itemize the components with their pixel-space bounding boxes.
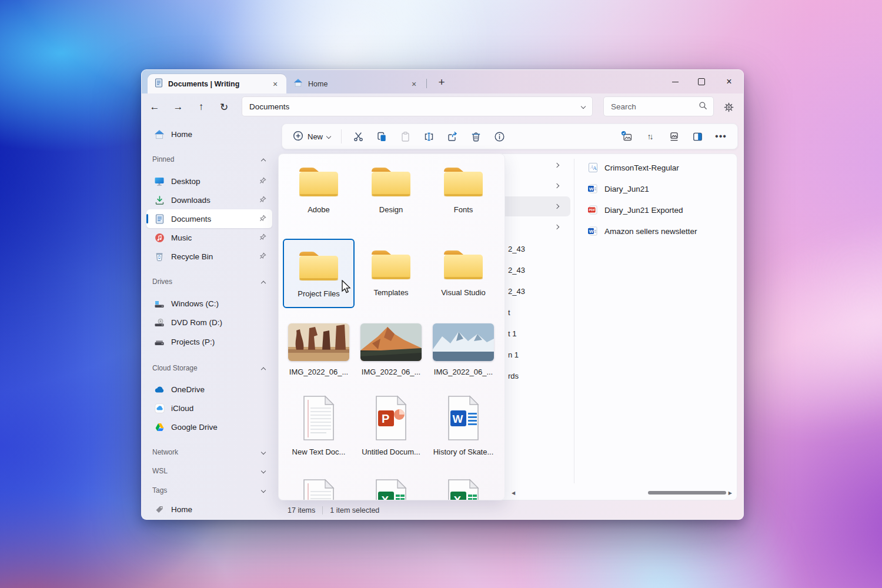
chevron-right-icon[interactable]: [554, 183, 559, 188]
up-button[interactable]: ↑: [192, 98, 211, 116]
chevron-down-icon[interactable]: [581, 104, 586, 109]
document-tab-icon: [155, 78, 163, 90]
home-tab-icon: [293, 78, 303, 89]
search-box[interactable]: [603, 96, 714, 116]
sidebar-item-dvd-d[interactable]: DVD Rom (D:): [146, 313, 272, 332]
preview-pane-icon[interactable]: [686, 126, 709, 146]
tab-home[interactable]: Home ×: [286, 74, 425, 93]
chevron-up-icon[interactable]: [261, 281, 266, 286]
truncated-file-label[interactable]: 2_43: [508, 287, 525, 296]
sidebar-item-documents[interactable]: Documents: [146, 209, 272, 228]
sidebar-section-network[interactable]: Network: [152, 445, 269, 459]
forward-button[interactable]: →: [169, 98, 188, 116]
sidebar-item-projects-p[interactable]: Projects (P:): [146, 332, 272, 351]
folder-tile-visual-studio[interactable]: Visual Studio: [428, 246, 499, 297]
settings-gear-icon[interactable]: [719, 98, 738, 116]
sidebar-item-tag-home[interactable]: Home: [146, 500, 272, 519]
chevron-down-icon[interactable]: [261, 469, 266, 473]
chevron-up-icon[interactable]: [261, 159, 266, 163]
sidebar-item-downloads[interactable]: Downloads: [146, 191, 272, 209]
truncated-file-label[interactable]: n 1: [508, 350, 519, 359]
file-row[interactable]: AA CrimsonText-Regular: [580, 158, 731, 178]
sidebar-item-desktop[interactable]: Desktop: [146, 172, 272, 191]
chevron-up-icon[interactable]: [261, 368, 266, 372]
cut-button[interactable]: [346, 126, 370, 146]
document-tile[interactable]: W History of Skate...: [428, 395, 499, 456]
image-tile[interactable]: IMG_2022_06_...: [428, 323, 499, 376]
delete-button[interactable]: [464, 126, 487, 146]
new-tab-button[interactable]: +: [434, 75, 449, 90]
chevron-down-icon[interactable]: [261, 488, 266, 493]
sidebar-item-windows-c[interactable]: Windows (C:): [146, 294, 272, 313]
excel-document-icon: X: [446, 479, 480, 500]
truncated-file-label[interactable]: 2_43: [508, 245, 525, 253]
pdf-file-icon: PDF: [587, 205, 599, 215]
folder-tile-design[interactable]: Design: [356, 163, 426, 214]
sort-icon[interactable]: ↑↓: [639, 126, 662, 146]
folder-tile-project-files-selected[interactable]: Project Files: [283, 239, 355, 308]
thumbnail-check-icon[interactable]: [615, 126, 639, 146]
more-options-icon[interactable]: •••: [709, 126, 733, 146]
sidebar-item-recycle-bin[interactable]: Recycle Bin: [146, 247, 272, 266]
document-tile[interactable]: X: [356, 479, 426, 500]
file-row[interactable]: W Amazon sellers newsletter: [580, 221, 731, 241]
minimize-button[interactable]: [662, 70, 688, 93]
rename-button[interactable]: [417, 126, 440, 146]
back-button[interactable]: ←: [145, 98, 164, 116]
sidebar-item-onedrive[interactable]: OneDrive: [146, 380, 272, 399]
title-bar[interactable]: Documents | Writing × Home × + ×: [142, 70, 743, 93]
photo-mountain-thumbnail: [360, 323, 422, 361]
image-tile[interactable]: IMG_2022_06_...: [283, 323, 354, 376]
share-button[interactable]: [440, 126, 464, 146]
truncated-file-label[interactable]: 2_43: [508, 266, 525, 275]
tab-close-icon[interactable]: ×: [409, 79, 419, 89]
scroll-right-icon[interactable]: ▶: [729, 490, 732, 496]
chevron-right-icon[interactable]: [554, 163, 559, 168]
document-tile[interactable]: New Text Doc...: [283, 395, 354, 456]
truncated-file-label[interactable]: t 1: [508, 329, 516, 338]
image-tile[interactable]: IMG_2022_06_...: [356, 323, 426, 376]
search-input[interactable]: [610, 102, 699, 112]
sidebar-section-tags[interactable]: Tags: [152, 483, 269, 497]
sidebar-item-icloud[interactable]: iCloud: [146, 399, 272, 417]
properties-button[interactable]: [487, 126, 511, 146]
folder-tile-adobe[interactable]: Adobe: [283, 163, 354, 214]
sidebar-item-music[interactable]: Music: [146, 228, 272, 247]
truncated-file-label[interactable]: t: [508, 308, 510, 317]
refresh-button[interactable]: ↻: [215, 98, 233, 116]
maximize-button[interactable]: [689, 70, 714, 93]
copy-button[interactable]: [370, 126, 393, 146]
search-icon[interactable]: [699, 101, 707, 112]
chevron-right-icon[interactable]: [554, 204, 559, 209]
paste-button[interactable]: [393, 126, 417, 146]
scrollbar-thumb[interactable]: [648, 491, 726, 495]
document-tile[interactable]: P Untitled Docum...: [356, 395, 426, 456]
truncated-file-label[interactable]: rds: [508, 372, 519, 380]
address-bar[interactable]: Documents: [242, 96, 593, 116]
sidebar-section-pinned[interactable]: Pinned: [152, 152, 269, 166]
file-row[interactable]: PDF Diary_Jun21 Exported: [580, 200, 731, 220]
tab-close-icon[interactable]: ×: [270, 79, 280, 89]
folder-tile-fonts[interactable]: Fonts: [428, 163, 499, 214]
icloud-icon: [153, 403, 165, 413]
chevron-right-icon[interactable]: [554, 225, 559, 229]
content-area: New: [277, 121, 743, 519]
pane-divider: [574, 159, 574, 483]
scroll-left-icon[interactable]: ◀: [512, 490, 515, 496]
folder-tile-templates[interactable]: Templates: [356, 246, 426, 297]
sidebar-item-home[interactable]: Home: [146, 125, 272, 143]
file-row[interactable]: W Diary_Jun21: [580, 179, 731, 199]
sidebar-item-google-drive[interactable]: Google Drive: [146, 417, 272, 436]
pin-icon: [259, 176, 266, 186]
tab-documents-writing[interactable]: Documents | Writing ×: [148, 74, 286, 93]
horizontal-scrollbar[interactable]: ◀ ▶: [512, 490, 732, 496]
document-tile[interactable]: X: [428, 479, 499, 500]
sidebar-section-cloud-storage[interactable]: Cloud Storage: [152, 361, 269, 375]
close-button[interactable]: ×: [716, 70, 742, 93]
sidebar-section-drives[interactable]: Drives: [152, 275, 269, 289]
new-button[interactable]: New: [287, 126, 336, 146]
view-icon[interactable]: [662, 126, 686, 146]
chevron-down-icon[interactable]: [261, 450, 266, 455]
document-tile[interactable]: [283, 479, 354, 500]
sidebar-section-wsl[interactable]: WSL: [152, 464, 269, 478]
